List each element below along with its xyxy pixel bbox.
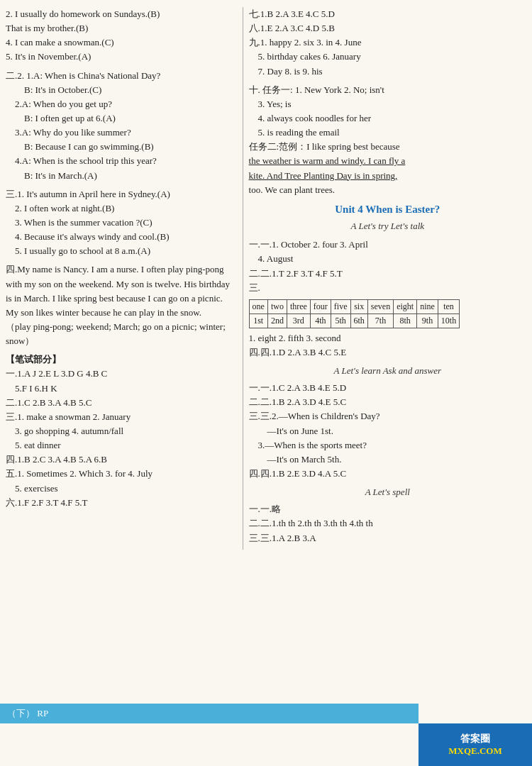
watermark-top: 答案圈 bbox=[460, 733, 490, 745]
section-4: 四.My name is Nancy. I am a nurse. I ofte… bbox=[6, 262, 237, 348]
line-2-brother: That is my brother.(B) bbox=[6, 21, 237, 35]
r7: 七.1.B 2.A 3.E 4.C 5.D bbox=[249, 7, 526, 21]
ordinals-table-section: one two three four five six seven eight … bbox=[249, 299, 526, 328]
unit-title-text: Unit 4 When is Easter? bbox=[249, 201, 526, 218]
sec4-note: （play ping-pong; weekend; March; go on a… bbox=[6, 320, 237, 348]
lets-spell-label: A Let's spell bbox=[249, 485, 526, 499]
lets-spell-section: A Let's spell 一.一.略 二.二.1.th th 2.th th … bbox=[249, 485, 526, 545]
u4-la3a: —It's on June 1st. bbox=[249, 424, 526, 438]
sec4-label: 四.My name is Nancy. I am a nurse. I ofte… bbox=[6, 262, 237, 320]
lets-try-label: A Let's try Let's talk bbox=[249, 219, 526, 233]
r7-section: 七.1.B 2.A 3.E 4.C 5.D 八.1.E 2.A 3.C 4.D … bbox=[249, 7, 526, 79]
sec3-5: 5. I usually go to school at 8 a.m.(A) bbox=[6, 244, 237, 258]
sec3-4: 4. Because it's always windy and cool.(B… bbox=[6, 230, 237, 244]
cell-9th: 9th bbox=[417, 313, 438, 328]
u4-la3: 三.三.2.—When is Children's Day? bbox=[249, 409, 526, 423]
cell-three: three bbox=[287, 299, 310, 313]
cell-one: one bbox=[249, 299, 267, 313]
u4-la3b: 3.—When is the sports meet? bbox=[249, 438, 526, 453]
bi5b: 5. exercises bbox=[6, 482, 237, 496]
r10c: 4. always cook noodles for her bbox=[249, 111, 526, 126]
cell-4th: 4th bbox=[310, 313, 331, 328]
cell-four: four bbox=[310, 299, 331, 313]
line-2-homework: 2. I usually do homework on Sundays.(B) bbox=[6, 7, 237, 21]
unit4-title: Unit 4 When is Easter? A Let's try Let's… bbox=[249, 201, 526, 233]
lets-learn-section: A Let's learn Ask and answer 一.一.1.C 2.A… bbox=[249, 364, 526, 481]
watermark-bottom: MXQE.COM bbox=[448, 745, 501, 757]
footer-text: （下） RP bbox=[7, 707, 48, 720]
bracket-label: 【笔试部分】 bbox=[6, 353, 237, 367]
u4-1b: 4. August bbox=[249, 252, 526, 266]
line-2-snowman: 4. I can make a snowman.(C) bbox=[6, 35, 237, 50]
u4-1: 一.一.1. October 2. four 3. April bbox=[249, 238, 526, 252]
page-container: 2. I usually do homework on Sundays.(B) … bbox=[0, 0, 532, 766]
u4-la3c: —It's on March 5th. bbox=[249, 453, 526, 467]
sec3-2: 2. I often work at night.(B) bbox=[6, 201, 237, 216]
dialog-3: 3.A: Why do you like summer? bbox=[6, 126, 237, 140]
cell-1st: 1st bbox=[249, 313, 267, 328]
u4-sp3: 三.三.1.A 2.B 3.A bbox=[249, 531, 526, 545]
footer-bar: （下） RP bbox=[0, 704, 419, 723]
cell-seven: seven bbox=[367, 299, 393, 313]
cell-ten: ten bbox=[438, 299, 459, 313]
r10e-label: 任务二:范例：I like spring best because bbox=[249, 140, 526, 154]
r10: 十. 任务一: 1. New York 2. No; isn't bbox=[249, 83, 526, 97]
r9: 九.1. happy 2. six 3. in 4. June bbox=[249, 35, 526, 50]
cell-five: five bbox=[331, 299, 350, 313]
r10e-text3: too. We can plant trees. bbox=[249, 183, 526, 197]
u4-section1: 一.一.1. October 2. four 3. April 4. Augus… bbox=[249, 238, 526, 295]
dialog-4: 4.A: When is the school trip this year? bbox=[6, 154, 237, 168]
u4-la4: 四.四.1.B 2.E 3.D 4.A 5.C bbox=[249, 467, 526, 481]
bi1: 一.1.A J 2.E L 3.D G 4.B C bbox=[6, 367, 237, 381]
u4-sp1: 一.一.略 bbox=[249, 502, 526, 516]
cell-5th: 5th bbox=[331, 313, 350, 328]
bi3c: 5. eat dinner bbox=[6, 438, 237, 453]
section-3: 三.1. It's autumn in April here in Sydney… bbox=[6, 187, 237, 259]
content-area: 2. I usually do homework on Sundays.(B) … bbox=[0, 7, 532, 550]
u4-4: 四.四.1.D 2.A 3.B 4.C 5.E bbox=[249, 345, 526, 360]
bi2: 二.1.C 2.B 3.A 4.B 5.C bbox=[6, 396, 237, 410]
bi6: 六.1.F 2.F 3.T 4.F 5.T bbox=[6, 496, 237, 510]
cell-nine: nine bbox=[417, 299, 438, 313]
r10e-text1: the weather is warm and windy. I can fly… bbox=[249, 154, 526, 168]
cell-10th: 10th bbox=[438, 313, 459, 328]
r10-section: 十. 任务一: 1. New York 2. No; isn't 3. Yes;… bbox=[249, 83, 526, 197]
dialog-1b: B: It's in October.(C) bbox=[6, 83, 237, 97]
dialog-4b: B: It's in March.(A) bbox=[6, 169, 237, 183]
table-row-ordinals: 1st 2nd 3rd 4th 5th 6th 7th 8th 9th 10th bbox=[249, 313, 460, 328]
dialog-label: 二.2. 1.A: When is China's National Day? bbox=[6, 69, 237, 83]
cell-two: two bbox=[267, 299, 287, 313]
bi3b: 3. go shopping 4. autumn/fall bbox=[6, 424, 237, 438]
cell-7th: 7th bbox=[367, 313, 393, 328]
right-column: 七.1.B 2.A 3.E 4.C 5.D 八.1.E 2.A 3.C 4.D … bbox=[243, 7, 526, 550]
bi4: 四.1.B 2.C 3.A 4.B 5.A 6.B bbox=[6, 453, 237, 467]
cell-eight: eight bbox=[394, 299, 417, 313]
num-2: 二. bbox=[6, 70, 17, 81]
u4-la1: 一.一.1.C 2.A 3.B 4.E 5.D bbox=[249, 381, 526, 395]
table-row-words: one two three four five six seven eight … bbox=[249, 299, 460, 313]
r10d: 5. is reading the email bbox=[249, 126, 526, 140]
ordinals-table: one two three four five six seven eight … bbox=[249, 299, 460, 328]
r9b: 5. birthday cakes 6. January bbox=[249, 50, 526, 64]
u4-la2: 二.二.1.B 2.A 3.D 4.E 5.C bbox=[249, 395, 526, 409]
bracket-section: 【笔试部分】 一.1.A J 2.E L 3.D G 4.B C 5.F I 6… bbox=[6, 353, 237, 510]
cell-6th: 6th bbox=[350, 313, 367, 328]
u4-3-label: 三. bbox=[249, 281, 526, 295]
dialog-2: 2.A: When do you get up? bbox=[6, 97, 237, 111]
sec3-1: 三.1. It's autumn in April here in Sydney… bbox=[6, 187, 237, 201]
cell-3rd: 3rd bbox=[287, 313, 310, 328]
cell-8th: 8th bbox=[394, 313, 417, 328]
r10e-text2: kite. And Tree Planting Day is in spring… bbox=[249, 169, 526, 183]
u4-section2: 1. eight 2. fifth 3. second 四.四.1.D 2.A … bbox=[249, 331, 526, 360]
lets-learn-label: A Let's learn Ask and answer bbox=[249, 364, 526, 378]
bi5: 五.1. Sometimes 2. Which 3. for 4. July bbox=[6, 467, 237, 481]
cell-2nd: 2nd bbox=[267, 313, 287, 328]
sec3-3: 3. When is the summer vacation ?(C) bbox=[6, 216, 237, 230]
line-2-november: 5. It's in November.(A) bbox=[6, 50, 237, 64]
dialog-2b: B: I often get up at 6.(A) bbox=[6, 111, 237, 126]
r10b: 3. Yes; is bbox=[249, 97, 526, 111]
u4-3a: 1. eight 2. fifth 3. second bbox=[249, 331, 526, 345]
section-2-dialog: 二.2. 1.A: When is China's National Day? … bbox=[6, 69, 237, 183]
r8: 八.1.E 2.A 3.C 4.D 5.B bbox=[249, 21, 526, 35]
bi1b: 5.F I 6.H K bbox=[6, 382, 237, 396]
